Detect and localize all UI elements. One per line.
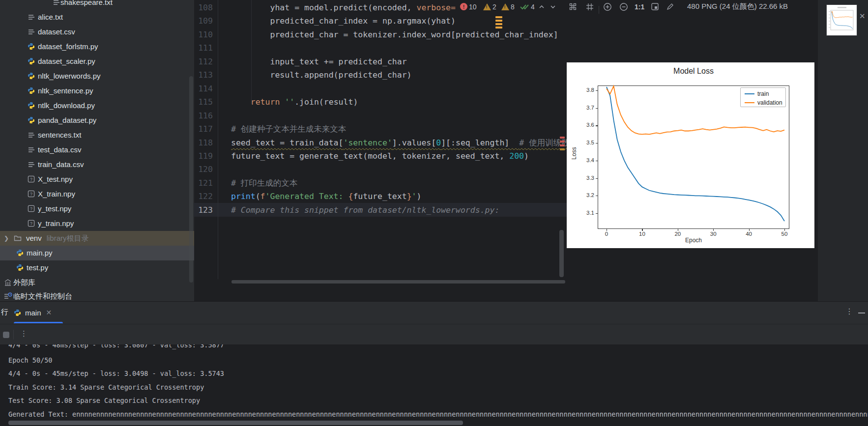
tree-item-y_test.npy[interactable]: ?y_test.npy <box>0 201 194 216</box>
fit-screen-icon <box>651 2 659 11</box>
scratches-icon <box>4 292 12 300</box>
tree-item-X_train.npy[interactable]: ?X_train.npy <box>0 187 194 201</box>
tree-item-train_data.csv[interactable]: train_data.csv <box>0 157 194 172</box>
line-number-114[interactable]: 114 <box>194 82 213 95</box>
run-options-kebab-icon[interactable]: ⋮ <box>845 307 853 316</box>
console-line: Test Score: 3.08 Sparse Categorical Cros… <box>8 396 200 405</box>
tree-item-alice.txt[interactable]: alice.txt <box>0 10 194 25</box>
toggle-grid-button[interactable] <box>586 0 594 13</box>
actual-size-button[interactable]: 1:1 <box>635 0 644 13</box>
editor-horizontal-scrollbar[interactable] <box>231 280 565 284</box>
passed-inspections-widget[interactable]: 4 <box>520 0 535 13</box>
tree-item-main.py[interactable]: main.py <box>0 246 194 260</box>
edit-externally-button[interactable] <box>666 0 674 13</box>
tree-item-ntlk_download.py[interactable]: ntlk_download.py <box>0 98 194 113</box>
chevron-right-icon[interactable]: ❯ <box>4 235 9 242</box>
tree-item-_[interactable]: 临时文件和控制台 <box>0 289 194 301</box>
prev-problem-button[interactable] <box>538 0 545 13</box>
stop-button[interactable] <box>3 332 9 338</box>
tree-item-_[interactable]: 外部库 <box>0 275 194 290</box>
console-horizontal-scrollbar[interactable] <box>8 421 463 425</box>
line-number-119[interactable]: 119 <box>194 149 213 163</box>
line-number-117[interactable]: 117 <box>194 122 213 136</box>
code-line-112[interactable]: input_text += predicted_char <box>231 55 407 68</box>
line-number-115[interactable]: 115 <box>194 95 213 109</box>
tree-item-label: X_train.npy <box>38 190 75 198</box>
tree-item-test_data.csv[interactable]: test_data.csv <box>0 142 194 157</box>
code-line-109[interactable]: predicted_char_index = np.argmax(yhat) <box>231 14 456 28</box>
line-number-110[interactable]: 110 <box>194 28 213 41</box>
line-number-111[interactable]: 111 <box>194 41 213 55</box>
python-icon <box>14 309 21 316</box>
line-number-121[interactable]: 121 <box>194 176 213 190</box>
line-number-113[interactable]: 113 <box>194 68 213 82</box>
unknown-file-icon: ? <box>28 175 35 183</box>
code-line-110[interactable]: predicted_char = tokenizer.index_word[pr… <box>231 28 558 41</box>
run-console-output[interactable]: 4/4 - 0s - 48ms/step - loss: 3.0807 - va… <box>0 344 868 426</box>
code-line-108[interactable]: yhat = model.predict(encoded, verbose= <box>231 1 456 14</box>
image-thumbnail[interactable] <box>827 5 857 35</box>
code-token: ' <box>412 192 417 201</box>
tree-item-test.py[interactable]: test.py <box>0 260 194 275</box>
tree-item-X_test.npy[interactable]: ?X_test.npy <box>0 172 194 187</box>
run-toolbar: ⋮ <box>0 324 868 344</box>
code-line-119[interactable]: future_text = generate_text(model, token… <box>231 149 529 163</box>
line-number-112[interactable]: 112 <box>194 55 213 68</box>
project-tree-scrollbar[interactable] <box>189 76 193 283</box>
code-token: future_text = generate_text(model, token… <box>231 151 509 161</box>
error-stripe-mark[interactable] <box>560 137 565 139</box>
console-options-kebab-icon[interactable]: ⋮ <box>20 329 28 338</box>
code-line-113[interactable]: result.append(predicted_char) <box>231 68 412 82</box>
fit-to-window-button[interactable] <box>651 0 659 13</box>
code-line-123[interactable]: # Compare this snippet from dataset/nltk… <box>231 203 499 217</box>
code-line-115[interactable]: return ''.join(result) <box>231 95 358 109</box>
next-problem-button[interactable] <box>550 0 556 13</box>
tree-item-nltk_sentence.py[interactable]: nltk_sentence.py <box>0 84 194 98</box>
line-number-120[interactable]: 120 <box>194 163 213 176</box>
tree-item-dataset.csv[interactable]: dataset.csv <box>0 25 194 39</box>
minimize-toolwindow-icon[interactable] <box>858 312 865 313</box>
zoom-in-button[interactable] <box>603 0 612 13</box>
code-line-121[interactable]: # 打印生成的文本 <box>231 176 297 190</box>
zoom-out-button[interactable] <box>619 0 628 13</box>
line-number-123[interactable]: 123 <box>194 203 213 217</box>
tree-item-dataset_forlstm.py[interactable]: dataset_forlstm.py <box>0 39 194 54</box>
error-count-widget[interactable]: ! 10 <box>460 0 477 13</box>
line-number-118[interactable]: 118 <box>194 136 213 149</box>
code-line-118[interactable]: seed_text = train_data['sentence'].value… <box>231 136 570 149</box>
run-tab-label: main <box>25 309 41 317</box>
weak-warning-count-widget[interactable]: 8 <box>501 0 515 13</box>
code-token: print <box>231 192 256 201</box>
editor-vertical-scrollbar[interactable] <box>559 230 564 277</box>
tree-item-label: panda_dataset.py <box>38 116 96 124</box>
error-stripe-mark[interactable] <box>560 144 565 146</box>
line-number-108[interactable]: 108 <box>194 1 213 14</box>
tree-item-sentences.txt[interactable]: sentences.txt <box>0 128 194 142</box>
tree-item-label: main.py <box>27 249 53 257</box>
code-line-122[interactable]: print(f'Generated Text: {future_text}') <box>231 190 421 203</box>
tree-item-dataset_scaler.py[interactable]: dataset_scaler.py <box>0 54 194 69</box>
run-tab-main[interactable]: main ✕ <box>14 302 52 323</box>
toggle-pixel-grid-button[interactable] <box>569 0 577 13</box>
tree-item-nltk_lowerwords.py[interactable]: nltk_lowerwords.py <box>0 69 194 84</box>
close-tab-icon[interactable]: ✕ <box>46 309 52 316</box>
tree-item-venv[interactable]: ❯venvlibrary根目录 <box>0 231 194 246</box>
code-line-117[interactable]: # 创建种子文本并生成未来文本 <box>231 122 346 136</box>
code-token: predicted_char = tokenizer.index_word[pr… <box>231 30 558 39</box>
python-file-icon <box>16 264 24 272</box>
code-token: 'Generated Text: <box>265 192 348 201</box>
line-number-109[interactable]: 109 <box>194 14 213 28</box>
tree-item-shakespeare.txt[interactable]: shakespeare.txt <box>0 0 194 10</box>
close-icon[interactable]: ✕ <box>859 12 866 21</box>
image-viewer-toolbar: ! 10 2 8 4 <box>457 0 818 13</box>
line-number-122[interactable]: 122 <box>194 190 213 203</box>
tree-item-panda_dataset.py[interactable]: panda_dataset.py <box>0 113 194 128</box>
line-number-116[interactable]: 116 <box>194 109 213 122</box>
warning-stripe-mark[interactable] <box>560 148 565 150</box>
tree-item-label: 临时文件和控制台 <box>13 292 72 301</box>
tree-item-label: dataset.csv <box>38 28 75 36</box>
error-stripe-mark[interactable] <box>560 141 565 142</box>
tree-item-label: venvlibrary根目录 <box>26 234 89 243</box>
tree-item-y_train.npy[interactable]: ?y_train.npy <box>0 216 194 231</box>
warning-count-widget[interactable]: 2 <box>483 0 496 13</box>
